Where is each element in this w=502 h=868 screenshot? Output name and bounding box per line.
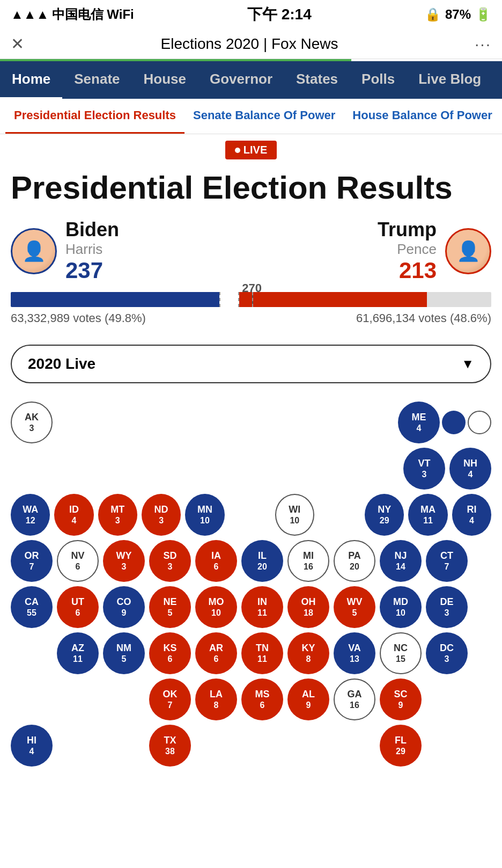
nh-bubble[interactable]: NH 4 <box>449 448 491 490</box>
battery-percent: 87% <box>445 7 471 22</box>
nc-bubble[interactable]: NC 15 <box>380 632 422 674</box>
la-bubble[interactable]: LA 8 <box>195 679 237 720</box>
ga-bubble[interactable]: GA 16 <box>334 679 375 720</box>
id-bubble[interactable]: ID 4 <box>54 494 93 536</box>
vt-ev: 3 <box>422 469 427 479</box>
ri-bubble[interactable]: RI 4 <box>452 494 491 536</box>
va-bubble[interactable]: VA 13 <box>334 632 375 674</box>
ne-bubble[interactable]: NE 5 <box>149 586 191 628</box>
candidates-row: 👤 Biden Harris 237 👤 Trump Pence 213 <box>11 218 491 283</box>
ct-bubble[interactable]: CT 7 <box>426 540 468 582</box>
nav-tab-senate[interactable]: Senate <box>62 61 131 99</box>
mi-bubble[interactable]: MI 16 <box>287 540 329 582</box>
oh-bubble[interactable]: OH 18 <box>287 586 329 628</box>
more-icon[interactable]: ··· <box>475 35 491 53</box>
tn-bubble[interactable]: TN 11 <box>241 632 283 674</box>
biden-avatar: 👤 <box>11 228 57 274</box>
me-ev: 4 <box>417 423 422 433</box>
bar-biden <box>11 292 219 307</box>
ks-bubble[interactable]: KS 6 <box>149 632 191 674</box>
vt-bubble[interactable]: VT 3 <box>403 448 445 490</box>
lock-icon: 🔒 <box>425 7 441 22</box>
il-bubble[interactable]: IL 20 <box>241 540 283 582</box>
ak-bubble[interactable]: AK 3 <box>11 402 53 443</box>
nh-ev: 4 <box>468 469 473 479</box>
battery-icon: 🔋 <box>475 7 491 22</box>
live-badge: LIVE <box>225 141 277 159</box>
sub-nav-house[interactable]: House Balance Of Power <box>344 99 500 134</box>
year-dropdown[interactable]: 2020 Live ▼ <box>11 345 491 383</box>
nd-bubble[interactable]: ND 3 <box>142 494 181 536</box>
in-bubble[interactable]: IN 11 <box>241 586 283 628</box>
states-map: AK 3 ME 4 <box>11 396 491 782</box>
ca-bubble[interactable]: CA 55 <box>11 586 53 628</box>
threshold-line <box>252 292 253 307</box>
sub-nav-presidential[interactable]: Presidential Election Results <box>5 99 184 134</box>
nm-bubble[interactable]: NM 5 <box>103 632 145 674</box>
vote-counts-row: 63,332,989 votes (49.8%) 61,696,134 vote… <box>11 311 491 325</box>
trump-section: 👤 Trump Pence 213 <box>378 218 491 283</box>
mo-bubble[interactable]: MO 10 <box>195 586 237 628</box>
status-bar: ▲▲▲ 中国电信 WiFi 下午 2:14 🔒 87% 🔋 <box>0 0 502 29</box>
wv-bubble[interactable]: WV 5 <box>334 586 375 628</box>
tx-bubble[interactable]: TX 38 <box>149 725 191 767</box>
sc-bubble[interactable]: SC 9 <box>380 679 422 720</box>
browser-bar: ✕ Elections 2020 | Fox News ··· <box>0 29 502 59</box>
live-text: LIVE <box>243 144 267 156</box>
fl-bubble[interactable]: FL 29 <box>380 725 422 767</box>
main-content: LIVE Presidential Election Results 👤 Bid… <box>0 134 502 782</box>
me-bubble[interactable]: ME 4 <box>398 402 440 443</box>
biden-name: Biden <box>65 218 119 241</box>
ky-bubble[interactable]: KY 8 <box>287 632 329 674</box>
status-left: ▲▲▲ 中国电信 WiFi <box>11 6 134 23</box>
wa-bubble[interactable]: WA 12 <box>11 494 50 536</box>
nav-tab-house[interactable]: House <box>132 61 198 99</box>
sub-nav-senate[interactable]: Senate Balance Of Power <box>184 99 344 134</box>
live-container: LIVE <box>11 134 491 159</box>
sd-bubble[interactable]: SD 3 <box>149 540 191 582</box>
de-bubble[interactable]: DE 3 <box>426 586 468 628</box>
me-d2-bubble[interactable] <box>468 411 491 434</box>
hi-bubble[interactable]: HI 4 <box>11 725 53 767</box>
nv-bubble[interactable]: NV 6 <box>57 540 99 582</box>
trump-vote-count: 61,696,134 votes (48.6%) <box>356 311 491 325</box>
wi-bubble[interactable]: WI 10 <box>275 494 315 536</box>
trump-name: Trump <box>378 218 437 241</box>
biden-vote-count: 63,332,989 votes (49.8%) <box>11 311 146 325</box>
biden-info: Biden Harris 237 <box>65 218 119 283</box>
mn-bubble[interactable]: MN 10 <box>185 494 224 536</box>
az-bubble[interactable]: AZ 11 <box>57 632 99 674</box>
co-bubble[interactable]: CO 9 <box>103 586 145 628</box>
nav-tab-liveblog[interactable]: Live Blog <box>407 61 493 99</box>
ar-bubble[interactable]: AR 6 <box>195 632 237 674</box>
nav-tab-home[interactable]: Home <box>0 61 62 99</box>
dropdown-arrow-icon: ▼ <box>461 356 474 371</box>
bar-gap <box>219 292 239 307</box>
mt-bubble[interactable]: MT 3 <box>98 494 137 536</box>
ok-bubble[interactable]: OK 7 <box>149 679 191 720</box>
pa-bubble[interactable]: PA 20 <box>334 540 375 582</box>
sub-nav: Presidential Election Results Senate Bal… <box>0 99 502 134</box>
ma-bubble[interactable]: MA 11 <box>408 494 447 536</box>
nj-bubble[interactable]: NJ 14 <box>380 540 422 582</box>
ia-bubble[interactable]: IA 6 <box>195 540 237 582</box>
wifi-icon: WiFi <box>107 7 134 22</box>
al-bubble[interactable]: AL 9 <box>287 679 329 720</box>
close-icon[interactable]: ✕ <box>11 34 24 53</box>
dc-bubble[interactable]: DC 3 <box>426 632 468 674</box>
electoral-bar-container: 270 <box>11 292 491 307</box>
biden-vp: Harris <box>65 241 119 258</box>
nav-tab-polls[interactable]: Polls <box>350 61 407 99</box>
trump-info: Trump Pence 213 <box>378 218 437 283</box>
or-bubble[interactable]: OR 7 <box>11 540 53 582</box>
nav-tab-governor[interactable]: Governor <box>198 61 284 99</box>
ut-bubble[interactable]: UT 6 <box>57 586 99 628</box>
signal-icon: ▲▲▲ <box>11 7 49 22</box>
md-bubble[interactable]: MD 10 <box>380 586 422 628</box>
nav-tab-states[interactable]: States <box>284 61 350 99</box>
dropdown-label: 2020 Live <box>28 355 95 373</box>
ms-bubble[interactable]: MS 6 <box>241 679 283 720</box>
wy-bubble[interactable]: WY 3 <box>103 540 145 582</box>
me-d1-bubble[interactable] <box>442 411 466 434</box>
ny-bubble[interactable]: NY 29 <box>365 494 404 536</box>
